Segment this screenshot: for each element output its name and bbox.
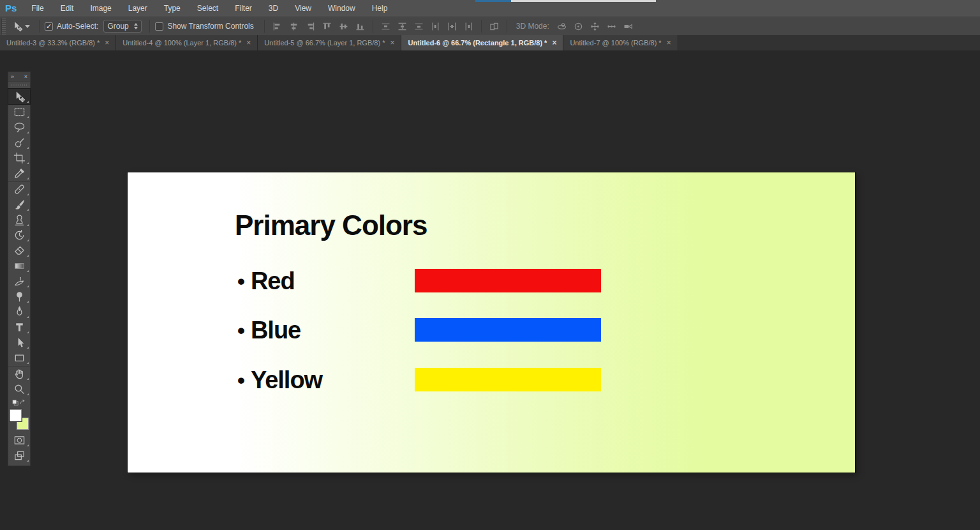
canvas-color-row: • Yellow	[128, 368, 855, 391]
panel-drag-grip[interactable]	[11, 83, 27, 87]
align-right-edges-icon[interactable]	[303, 20, 318, 33]
type-tool-icon[interactable]	[8, 319, 30, 335]
3d-pan-icon[interactable]	[588, 20, 602, 33]
rectangular-marquee-tool-icon[interactable]	[8, 104, 30, 119]
menu-items: FileEditImageLayerTypeSelectFilter3DView…	[23, 0, 396, 17]
auto-align-buttons	[487, 20, 501, 33]
color-name-text: Yellow	[251, 368, 322, 392]
menu-item[interactable]: Type	[156, 0, 189, 17]
canvas-item-label: • Yellow	[237, 368, 322, 392]
document-tab[interactable]: Untitled-3 @ 33.3% (RGB/8) *	[0, 35, 116, 50]
crop-tool-icon[interactable]	[8, 150, 30, 165]
background-window-accent-strip	[475, 0, 511, 2]
tool-buttons	[8, 89, 30, 397]
color-name-text: Red	[251, 269, 295, 293]
move-tool-icon	[12, 21, 23, 32]
3d-zoom-icon[interactable]	[621, 20, 635, 33]
color-name-text: Blue	[251, 318, 301, 342]
distribute-top-edges-icon[interactable]	[378, 20, 393, 33]
align-horizontal-centers-icon[interactable]	[286, 20, 301, 33]
tab-close-icon[interactable]	[667, 39, 671, 47]
quick-mask-button[interactable]	[8, 432, 30, 448]
background-window-strip	[511, 0, 656, 2]
move-tool-icon[interactable]	[8, 89, 30, 104]
align-bottom-edges-icon[interactable]	[353, 20, 368, 33]
document-tab-label: Untitled-6 @ 66.7% (Rectangle 1, RGB/8) …	[408, 39, 547, 47]
canvas-color-row: • Blue	[128, 318, 855, 342]
brush-tool-icon[interactable]	[8, 197, 30, 212]
gradient-tool-icon[interactable]	[8, 258, 30, 273]
foreground-color-swatch[interactable]	[10, 409, 22, 421]
close-panel-icon[interactable]: ×	[24, 73, 27, 80]
smudge-tool-icon[interactable]	[8, 273, 30, 289]
menu-item[interactable]: Filter	[226, 0, 260, 17]
tab-close-icon[interactable]	[246, 39, 251, 47]
menu-item[interactable]: Help	[364, 0, 396, 17]
3d-roll-icon[interactable]	[571, 20, 586, 33]
pen-tool-icon[interactable]	[8, 304, 30, 319]
document-tab[interactable]: Untitled-5 @ 66.7% (Layer 1, RGB/8) *	[258, 35, 401, 50]
spot-healing-brush-tool-icon[interactable]	[8, 181, 30, 197]
show-transform-controls-checkbox[interactable]	[155, 22, 163, 31]
align-top-edges-icon[interactable]	[320, 20, 334, 33]
menu-item[interactable]: File	[23, 0, 52, 17]
options-bar-grip[interactable]	[1, 19, 6, 34]
color-bar	[415, 318, 601, 342]
clone-stamp-tool-icon[interactable]	[8, 212, 30, 227]
distribute-right-edges-icon[interactable]	[461, 20, 476, 33]
swap-colors-icon[interactable]	[19, 398, 27, 407]
distribute-bottom-edges-icon[interactable]	[412, 20, 426, 33]
align-left-edges-icon[interactable]	[270, 20, 285, 33]
auto-select-label: Auto-Select:	[57, 22, 98, 31]
bullet-glyph: •	[237, 319, 244, 341]
default-colors-icon[interactable]	[11, 398, 19, 407]
tools-panel-header: » ×	[8, 72, 30, 82]
collapse-panel-icon[interactable]: »	[11, 73, 14, 80]
canvas-item-label: • Blue	[237, 318, 301, 342]
menu-item[interactable]: Edit	[52, 0, 82, 17]
separator	[481, 20, 482, 33]
tab-close-icon[interactable]	[390, 39, 394, 47]
separator	[149, 20, 150, 33]
menu-item[interactable]: View	[286, 0, 320, 17]
document-tab[interactable]: Untitled-6 @ 66.7% (Rectangle 1, RGB/8) …	[401, 35, 563, 50]
menu-item[interactable]: Window	[320, 0, 364, 17]
document-tab[interactable]: Untitled-4 @ 100% (Layer 1, RGB/8) *	[116, 35, 258, 50]
eraser-tool-icon[interactable]	[8, 243, 30, 258]
3d-mode-buttons	[554, 20, 635, 33]
path-selection-tool-icon[interactable]	[8, 335, 30, 350]
menu-item[interactable]: 3D	[260, 0, 286, 17]
rectangle-tool-icon[interactable]	[8, 350, 30, 365]
options-bar: Auto-Select: Group Show Transform Contro…	[0, 17, 980, 35]
align-buttons	[270, 20, 368, 33]
3d-slide-icon[interactable]	[604, 20, 619, 33]
distribute-vertical-centers-icon[interactable]	[395, 20, 410, 33]
document-tab-label: Untitled-3 @ 33.3% (RGB/8) *	[6, 39, 100, 47]
align-vertical-centers-icon[interactable]	[336, 20, 351, 33]
canvas-item-label: • Red	[237, 269, 295, 293]
screen-mode-button[interactable]	[8, 448, 30, 463]
tab-close-icon[interactable]	[552, 39, 556, 47]
menu-item[interactable]: Layer	[120, 0, 156, 17]
tab-close-icon[interactable]	[105, 39, 109, 47]
document-canvas[interactable]: Primary Colors • Red • Blue •	[128, 172, 855, 473]
eyedropper-tool-icon[interactable]	[8, 165, 30, 181]
lasso-tool-icon[interactable]	[8, 119, 30, 135]
quick-selection-tool-icon[interactable]	[8, 135, 30, 150]
menu-item[interactable]: Image	[82, 0, 119, 17]
dodge-tool-icon[interactable]	[8, 289, 30, 304]
distribute-horizontal-centers-icon[interactable]	[445, 20, 459, 33]
document-tab[interactable]: Untitled-7 @ 100% (RGB/8) *	[563, 35, 678, 50]
menu-item[interactable]: Select	[189, 0, 226, 17]
history-brush-tool-icon[interactable]	[8, 227, 30, 243]
hand-tool-icon[interactable]	[8, 366, 30, 381]
separator	[39, 20, 40, 33]
zoom-tool-icon[interactable]	[8, 381, 30, 397]
auto-align-layers-icon[interactable]	[487, 20, 501, 33]
canvas-color-row: • Red	[128, 269, 855, 292]
distribute-left-edges-icon[interactable]	[428, 20, 443, 33]
auto-select-checkbox[interactable]	[45, 22, 53, 31]
auto-select-target-dropdown[interactable]: Group	[103, 20, 142, 33]
current-tool-preset[interactable]	[8, 21, 34, 32]
3d-orbit-icon[interactable]	[554, 20, 569, 33]
